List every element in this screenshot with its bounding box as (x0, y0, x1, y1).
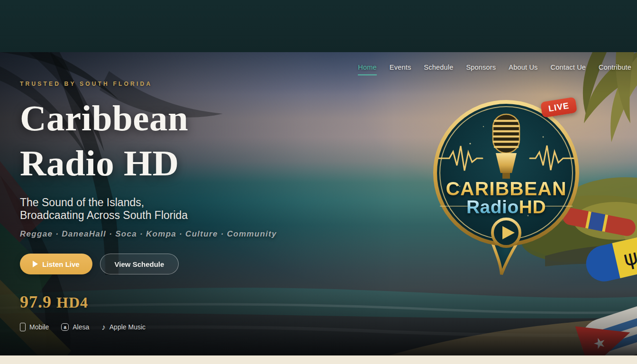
platform-mobile[interactable]: Mobile (20, 323, 49, 331)
view-schedule-label: View Schedule (115, 260, 164, 268)
logo-radio-text: Radio (466, 197, 519, 217)
platform-links: Mobile a Alesa ♪ Apple Music (20, 323, 323, 331)
logo-play-button[interactable] (492, 219, 520, 246)
bottom-cream-strip (0, 355, 637, 364)
genre-list: Reggae · DaneaHall · Soca · Kompa · Cult… (20, 229, 323, 239)
top-header-band (0, 0, 637, 52)
platform-apple-music-label: Apple Music (109, 323, 146, 331)
tagline-line1: The Sound of the Islands, (20, 196, 144, 209)
play-icon (33, 261, 38, 267)
station-logo: CARIBBEAN RadioHD (427, 96, 586, 291)
cta-row: Listen Live View Schedule (20, 254, 323, 274)
listen-live-button[interactable]: Listen Live (20, 254, 92, 274)
tagline: The Sound of the Islands, Broadcaating A… (20, 196, 323, 221)
title-line1: Caribbean (20, 98, 188, 138)
nav-link-about-us[interactable]: About Us (509, 64, 537, 74)
nav-link-contact-us[interactable]: Contact Ue (551, 64, 586, 74)
page-title: Caribbean Radio HD (20, 96, 323, 186)
tagline-line2: Broadcaating Across South Florida (20, 209, 188, 221)
nav-link-events[interactable]: Events (390, 64, 411, 74)
logo-radiohd-text: RadioHD (427, 197, 586, 218)
phone-icon (20, 323, 26, 331)
platform-apple-music[interactable]: ♪ Apple Music (101, 323, 146, 331)
title-line2: Radio HD (20, 143, 179, 183)
hero-section: ψ ★ Home Events Schedule Sponsors About … (0, 52, 637, 355)
frequency-number: 97.9 (20, 292, 52, 312)
station-frequency: 97.9 HD4 (20, 292, 323, 312)
logo-hd-text: HD (519, 197, 546, 217)
hero-content: TRUSTED BY SOUTH FLORIDA Caribbean Radio… (20, 81, 323, 331)
alexa-icon: a (61, 323, 69, 331)
music-note-icon: ♪ (101, 323, 106, 331)
eyebrow-text: TRUSTED BY SOUTH FLORIDA (20, 81, 323, 87)
main-nav: Home Events Schedule Sponsors About Us C… (358, 64, 631, 75)
frequency-band: HD4 (56, 294, 88, 311)
nav-link-home[interactable]: Home (358, 64, 376, 75)
view-schedule-button[interactable]: View Schedule (100, 254, 179, 274)
platform-mobile-label: Mobile (29, 323, 49, 331)
nav-link-sponsors[interactable]: Sponsors (466, 64, 496, 74)
platform-alexa[interactable]: a Alesa (61, 323, 89, 331)
page: ψ ★ Home Events Schedule Sponsors About … (0, 0, 637, 364)
nav-link-schedule[interactable]: Schedule (424, 64, 453, 74)
listen-live-label: Listen Live (42, 260, 79, 268)
platform-alexa-label: Alesa (73, 323, 89, 331)
nav-link-contribute[interactable]: Contribute (599, 64, 631, 74)
